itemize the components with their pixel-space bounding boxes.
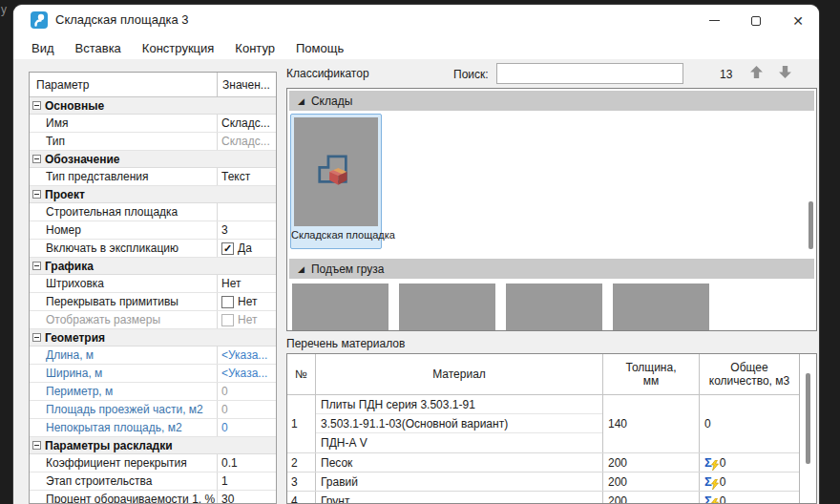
collapse-icon[interactable] [32,101,41,110]
collapse-icon[interactable] [32,333,41,342]
collapse-icon[interactable] [32,262,41,270]
property-rows: ОсновныеИмяСкладс...ТипСкладс...Обозначе… [30,97,276,504]
property-row[interactable]: Тип представленияТекст [30,168,276,186]
property-label: Перекрывать примитивы [30,293,218,310]
section-header[interactable]: Обозначение [30,151,276,168]
material-row[interactable]: 1 Плиты ПДН серия 3.503.1-91 3.503.1-91.… [287,395,799,453]
close-button[interactable]: ✕ [777,7,819,35]
property-label: Штриховка [30,275,218,292]
materials-scrollbar[interactable] [806,373,810,464]
property-row[interactable]: ШтриховкаНет [30,275,276,293]
property-value[interactable]: Складс... [218,133,276,150]
maximize-button[interactable] [735,7,777,35]
property-value[interactable]: ✓Да [218,240,276,257]
classifier-item-storage-area[interactable]: Складская площадка [290,114,382,249]
titlebar[interactable]: Складская площадка 3 ✕ [13,5,819,36]
search-next-button[interactable] [778,65,793,80]
property-row[interactable]: Отображать размерыНет [30,311,276,329]
group-label: Склады [311,94,352,108]
column-thickness[interactable]: Толщина, мм [603,354,700,394]
group-cargo-lifting[interactable]: ◢ Подъем груза [289,259,814,279]
column-number[interactable]: № [287,354,316,394]
property-value[interactable]: 0 [218,401,276,418]
section-header[interactable]: Графика [30,258,276,275]
search-prev-button[interactable] [749,65,765,80]
property-row[interactable]: Номер3 [30,221,276,240]
menu-help[interactable]: Помощь [285,39,354,57]
section-header[interactable]: Геометрия [30,329,276,346]
property-value[interactable]: Нет [218,275,276,292]
property-value[interactable]: 0 [218,419,276,436]
property-label: Имя [30,115,218,132]
property-row[interactable]: Перекрывать примитивыНет [30,293,276,311]
property-row[interactable]: Непокрытая площадь, м20 [30,419,276,437]
material-row[interactable]: 4 Грунт 200 Σ 0 [287,492,799,504]
minimize-button[interactable] [693,7,735,35]
property-row[interactable]: ИмяСкладс... [30,115,276,133]
property-row[interactable]: Процент оборачиваемости 1, %30 [30,491,276,504]
property-row[interactable]: Этап строительства1 [30,472,276,491]
property-label: Процент оборачиваемости 1, % [30,491,218,504]
property-value[interactable]: Нет [218,293,276,310]
property-value[interactable] [218,203,276,220]
property-value[interactable]: 0.1 [218,454,276,472]
collapse-icon[interactable] [32,441,41,450]
property-value[interactable]: 30 [218,491,276,504]
search-input[interactable] [496,63,683,84]
classifier-scrollbar[interactable] [808,201,813,249]
column-total[interactable]: Общее количество, м3 [700,354,799,394]
maximize-icon [751,16,761,26]
section-header[interactable]: Основные [30,97,276,115]
property-row[interactable]: Длина, м<Указа... [30,346,276,365]
property-row[interactable]: Включать в экспликацию✓Да [30,240,276,258]
section-label: Основные [45,99,104,113]
material-number: 1 [287,395,316,452]
collapse-icon[interactable] [32,190,41,199]
checkbox-icon[interactable] [221,296,234,308]
group-expander-icon: ◢ [298,264,304,274]
property-value[interactable]: <Указа... [218,346,276,364]
classifier-item-placeholder[interactable] [506,284,602,331]
group-warehouses[interactable]: ◢ Склады [289,91,814,111]
property-value[interactable]: Нет [218,311,276,328]
property-value[interactable]: 3 [218,221,276,239]
column-header-parameter[interactable]: Параметр [30,73,218,96]
materials-header: № Материал Толщина, мм Общее количество,… [287,354,799,395]
menu-view[interactable]: Вид [21,39,65,57]
property-value[interactable]: Складс... [218,115,276,132]
column-material[interactable]: Материал [316,354,603,394]
material-row[interactable]: 2 Песок 200 Σ 0 [287,453,799,472]
menu-contour[interactable]: Контур [224,39,285,57]
property-value[interactable]: <Указа... [218,365,276,382]
property-value[interactable]: 0 [218,383,276,400]
material-line: Плиты ПДН серия 3.503.1-91 [316,395,602,414]
property-row[interactable]: Ширина, м<Указа... [30,365,276,383]
desktop: { "desktop": { "partial_text": "y" }, "w… [0,0,840,504]
property-row[interactable]: Коэффициент перекрытия0.1 [30,454,276,472]
classifier-item-placeholder[interactable] [399,284,495,331]
collapse-icon[interactable] [32,155,41,163]
material-row[interactable]: 3 Гравий 200 Σ 0 [287,472,799,492]
property-value[interactable]: Текст [218,168,276,185]
menubar: Вид Вставка Конструкция Контур Помощь [13,36,819,59]
checkbox-icon[interactable]: ✓ [221,242,234,255]
property-row[interactable]: Периметр, м0 [30,383,276,401]
section-header[interactable]: Параметры раскладки [30,437,276,454]
property-row[interactable]: Строительная площадка [30,203,276,221]
window-controls: ✕ [693,5,819,36]
property-label: Этап строительства [30,472,218,490]
material-line: 3.503.1-91.1-03(Основной вариант) [316,414,602,433]
classifier-item-placeholder[interactable] [613,284,709,331]
menu-insert[interactable]: Вставка [65,39,132,57]
property-value[interactable]: 1 [218,472,276,490]
property-row[interactable]: ТипСкладс... [30,133,276,151]
property-label: Тип представления [30,168,218,185]
classifier-item-placeholder[interactable] [292,284,388,331]
property-label: Номер [30,221,218,239]
column-header-value[interactable]: Значен... [218,78,276,92]
checkbox-icon[interactable] [221,314,234,326]
sum-formula-icon: Σ [704,474,712,489]
menu-construction[interactable]: Конструкция [132,39,224,57]
section-header[interactable]: Проект [30,186,276,203]
property-row[interactable]: Площадь проезжей части, м20 [30,401,276,419]
